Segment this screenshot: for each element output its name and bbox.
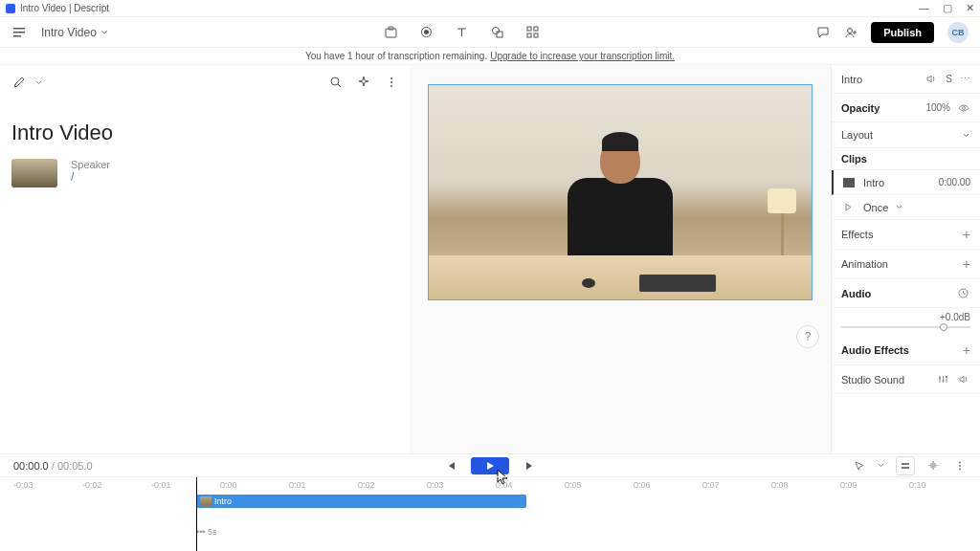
video-preview[interactable] <box>428 84 813 300</box>
sliders-icon[interactable] <box>936 372 950 386</box>
timeline-clip[interactable]: Intro <box>196 495 526 508</box>
speaker-label[interactable]: Speaker <box>71 159 110 170</box>
chevron-down-icon[interactable] <box>896 204 902 210</box>
ruler-tick: 0:07 <box>702 480 720 490</box>
grid-icon[interactable] <box>525 25 540 39</box>
svg-rect-12 <box>534 33 538 37</box>
skip-forward-button[interactable] <box>523 458 537 473</box>
opacity-value[interactable]: 100% <box>925 102 950 113</box>
ruler-tick: -0:01 <box>151 480 171 490</box>
clock-icon[interactable] <box>956 286 970 300</box>
banner-upgrade-link[interactable]: Upgrade to increase your transcription l… <box>490 51 675 61</box>
project-name: Intro Video <box>41 26 97 39</box>
ruler-tick: 0:03 <box>427 480 444 490</box>
properties-panel: Intro S ⋯ Opacity 100% Layout Clips Intr… <box>831 65 980 453</box>
clip-name[interactable]: Intro <box>863 177 884 188</box>
effects-label[interactable]: Effects <box>841 229 873 240</box>
skip-back-button[interactable] <box>443 458 457 473</box>
svg-point-6 <box>424 30 429 34</box>
user-avatar[interactable]: CB <box>947 22 969 43</box>
ruler-tick: 0:00 <box>220 480 237 490</box>
banner-text: You have 1 hour of transcription remaini… <box>305 51 487 61</box>
add-audio-effect-button[interactable]: + <box>963 342 970 358</box>
audio-effects-label: Audio Effects <box>841 344 909 356</box>
waveform-icon[interactable] <box>926 458 941 473</box>
opacity-label: Opacity <box>841 102 880 114</box>
play-small-icon[interactable] <box>841 200 856 214</box>
lamp-prop <box>768 188 796 255</box>
maximize-button[interactable]: ▢ <box>943 3 952 13</box>
canvas-panel: ? <box>410 65 831 453</box>
chevron-down-icon[interactable] <box>878 462 884 469</box>
loop-mode[interactable]: Once <box>863 202 888 213</box>
sparkle-icon[interactable] <box>356 76 370 90</box>
gain-value[interactable]: +0.0dB <box>940 312 970 322</box>
gap-marker[interactable]: ••• 5s <box>196 527 216 537</box>
close-button[interactable]: ✕ <box>966 3 974 13</box>
svg-rect-25 <box>902 467 909 469</box>
layout-label[interactable]: Layout <box>841 129 873 141</box>
scene-name[interactable]: Intro <box>841 74 862 85</box>
titlebar: Intro Video | Descript — ▢ ✕ <box>0 0 980 17</box>
timeline-ruler[interactable]: -0:03-0:02-0:010:000:010:020:030:040:050… <box>13 477 967 495</box>
svg-rect-24 <box>902 463 909 465</box>
add-effect-button[interactable]: + <box>963 227 970 242</box>
window-title: Intro Video | Descript <box>20 3 109 13</box>
svg-rect-0 <box>13 28 25 30</box>
chevron-down-icon[interactable] <box>962 131 970 140</box>
scene-thumbnail[interactable] <box>11 159 57 187</box>
record-button-icon[interactable] <box>419 25 434 39</box>
svg-point-16 <box>390 81 392 83</box>
search-icon[interactable] <box>328 76 343 90</box>
transcript-caret[interactable]: / <box>71 170 110 184</box>
svg-point-13 <box>847 28 852 33</box>
studio-sound-label[interactable]: Studio Sound <box>841 374 904 386</box>
ruler-tick: 0:04 <box>496 480 513 490</box>
ruler-tick: 0:10 <box>909 480 926 490</box>
more-vertical-icon[interactable] <box>384 76 398 90</box>
menu-icon[interactable] <box>11 25 26 39</box>
svg-rect-8 <box>497 32 502 37</box>
shapes-icon[interactable] <box>490 25 504 39</box>
svg-rect-19 <box>843 178 855 187</box>
eye-icon[interactable] <box>956 100 970 115</box>
cursor-tool-icon[interactable] <box>852 458 866 473</box>
speaker-small-icon[interactable] <box>924 72 938 86</box>
timeline-clip-label: Intro <box>214 496 232 506</box>
timeline-view-button[interactable] <box>896 456 915 475</box>
svg-point-21 <box>939 377 941 379</box>
script-title[interactable]: Intro Video <box>11 121 398 145</box>
svg-point-27 <box>959 465 961 467</box>
add-animation-button[interactable]: + <box>963 256 970 272</box>
desk-prop <box>429 255 812 299</box>
svg-rect-11 <box>527 33 531 37</box>
svg-point-7 <box>492 27 499 33</box>
clip-icon <box>841 175 856 189</box>
svg-rect-2 <box>13 35 21 37</box>
record-camera-icon[interactable] <box>384 25 398 39</box>
chat-icon[interactable] <box>815 25 830 39</box>
text-tool-icon[interactable] <box>455 25 469 39</box>
chevron-down-icon[interactable] <box>35 79 42 86</box>
help-button[interactable]: ? <box>796 325 819 348</box>
more-horizontal-icon[interactable]: ⋯ <box>960 73 970 85</box>
timeline[interactable]: -0:03-0:02-0:010:000:010:020:030:040:050… <box>0 476 980 551</box>
ruler-tick: 0:06 <box>634 480 651 490</box>
svg-point-15 <box>390 77 392 79</box>
ruler-tick: -0:02 <box>82 480 102 490</box>
duration: 00:05.0 <box>57 460 93 472</box>
gain-slider[interactable] <box>841 326 970 328</box>
ruler-tick: 0:08 <box>771 480 789 490</box>
share-user-icon[interactable] <box>843 25 858 39</box>
minimize-button[interactable]: — <box>919 3 929 13</box>
more-vertical-icon[interactable] <box>952 458 967 473</box>
publish-button[interactable]: Publish <box>871 22 934 43</box>
project-dropdown[interactable]: Intro Video <box>41 26 108 39</box>
scene-badge[interactable]: S <box>946 74 952 84</box>
svg-point-22 <box>943 380 945 382</box>
speaker-icon[interactable] <box>956 372 970 386</box>
playhead[interactable] <box>196 477 197 551</box>
pen-tool-icon[interactable] <box>11 76 26 90</box>
animation-label[interactable]: Animation <box>841 258 888 270</box>
play-button[interactable] <box>471 457 509 474</box>
